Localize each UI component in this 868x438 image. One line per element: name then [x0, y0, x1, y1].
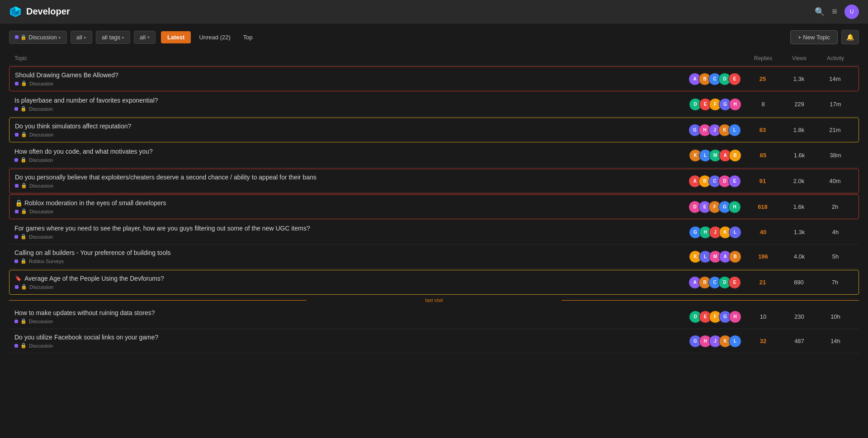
- table-row[interactable]: Is playerbase and number of favorites ex…: [9, 92, 859, 117]
- table-header: Topic Replies Views Activity: [9, 52, 859, 66]
- lock-icon: 🔒: [21, 208, 27, 214]
- avatar: H: [729, 311, 741, 323]
- menu-icon[interactable]: ≡: [832, 6, 837, 17]
- lock-icon: 🔒: [20, 318, 27, 324]
- topic-replies: 618: [745, 203, 781, 210]
- topic-title[interactable]: For games where you need to see the play…: [14, 225, 664, 232]
- topic-views: 487: [781, 338, 817, 344]
- topic-replies: 40: [745, 229, 781, 235]
- topic-avatars: KLMAB: [664, 149, 745, 162]
- topic-title[interactable]: Do you personally believe that exploiter…: [15, 174, 663, 181]
- topic-title[interactable]: How to make updates without ruining data…: [14, 309, 664, 316]
- topic-title[interactable]: 🔖Average Age of the People Using the Dev…: [15, 275, 663, 282]
- table-row[interactable]: Calling on all builders - Your preferenc…: [9, 245, 859, 269]
- topic-title[interactable]: Do you utilize Facebook social links on …: [14, 334, 664, 341]
- topic-activity: 38m: [817, 152, 854, 159]
- search-icon[interactable]: 🔍: [815, 7, 825, 17]
- header: Developer 🔍 ≡ U: [0, 0, 868, 24]
- topic-avatars: DEFGH: [664, 311, 745, 323]
- topic-title-area: 🔖Average Age of the People Using the Dev…: [15, 275, 663, 290]
- table-row[interactable]: Do you utilize Facebook social links on …: [9, 329, 859, 353]
- col-activity: Activity: [817, 55, 854, 61]
- lock-icon: 🔒: [20, 157, 27, 163]
- lock-icon: 🔒: [21, 132, 27, 137]
- topic-views: 229: [781, 101, 817, 108]
- new-topic-button[interactable]: + New Topic: [790, 30, 838, 44]
- topic-title[interactable]: 🔒 Roblox moderation in the eyes of small…: [15, 199, 663, 207]
- topic-activity: 2h: [817, 203, 853, 210]
- tags-filter[interactable]: all tags ▸: [96, 31, 130, 44]
- category-dot: [14, 235, 18, 239]
- lock-icon: 🔒: [21, 80, 27, 86]
- bookmark-icon: 🔖: [15, 275, 22, 282]
- topic-title[interactable]: Should Drawing Games Be Allowed?: [15, 71, 663, 79]
- col-topic: Topic: [14, 55, 664, 61]
- topic-title-area: Do you utilize Facebook social links on …: [14, 334, 664, 349]
- lock-icon: 🔒: [20, 234, 27, 240]
- category-label: Discussion: [29, 209, 53, 214]
- col-views: Views: [781, 55, 817, 61]
- topic-replies: 21: [745, 279, 781, 286]
- lock-icon: 🔒: [20, 258, 27, 264]
- topic-views: 230: [781, 313, 817, 320]
- topic-activity: 21m: [817, 127, 853, 133]
- topic-replies: 32: [745, 338, 781, 344]
- tab-unread[interactable]: Unread (22): [194, 31, 235, 43]
- table-row[interactable]: Do you think simulators affect reputatio…: [9, 118, 859, 142]
- topic-avatars: GHJKL: [664, 226, 745, 239]
- topic-activity: 5h: [817, 253, 854, 260]
- avatar: L: [728, 124, 741, 137]
- topic-avatars: GHJKL: [663, 124, 745, 137]
- topic-title[interactable]: Do you think simulators affect reputatio…: [15, 122, 663, 130]
- bell-button[interactable]: 🔔: [841, 30, 859, 44]
- lock-icon: 🔒: [20, 106, 27, 112]
- avatar: E: [728, 276, 741, 289]
- topic-replies: 25: [745, 75, 781, 82]
- topic-activity: 10h: [817, 313, 854, 320]
- avatar: H: [728, 201, 741, 213]
- avatar: L: [729, 226, 741, 239]
- tab-latest[interactable]: Latest: [161, 31, 191, 43]
- topic-category: 🔒Discussion: [15, 208, 663, 214]
- tab-top[interactable]: Top: [239, 31, 257, 43]
- topic-category: 🔒Discussion: [15, 284, 663, 290]
- topic-title[interactable]: Calling on all builders - Your preferenc…: [14, 249, 664, 256]
- category-label: Discussion: [29, 234, 53, 240]
- table-row[interactable]: For games where you need to see the play…: [9, 220, 859, 245]
- avatar: E: [728, 175, 741, 188]
- table-row[interactable]: 🔖Average Age of the People Using the Dev…: [9, 270, 859, 295]
- topic-views: 2.0k: [781, 178, 817, 184]
- category-dot: [15, 184, 19, 188]
- table-row[interactable]: How often do you code, and what motivate…: [9, 143, 859, 168]
- topic-avatars: ABCDE: [663, 276, 745, 289]
- topic-title[interactable]: Is playerbase and number of favorites ex…: [14, 97, 664, 104]
- category-label: Discussion: [29, 157, 53, 163]
- table-row[interactable]: How to make updates without ruining data…: [9, 305, 859, 329]
- caret-icon-3: ▸: [122, 35, 124, 40]
- avatar: B: [729, 149, 741, 162]
- topic-replies: 10: [745, 313, 781, 320]
- topic-title-area: How often do you code, and what motivate…: [14, 148, 664, 163]
- topic-title[interactable]: How often do you code, and what motivate…: [14, 148, 664, 155]
- table-row[interactable]: Do you personally believe that exploiter…: [9, 169, 859, 193]
- table-row[interactable]: Should Drawing Games Be Allowed?🔒Discuss…: [9, 66, 859, 91]
- category-filter[interactable]: 🔒 Discussion ▸: [9, 31, 67, 44]
- category-label: Discussion: [28, 34, 57, 41]
- category-dot: [15, 210, 19, 213]
- category-dot: [15, 82, 19, 85]
- all-filter-1[interactable]: all ▸: [71, 31, 92, 44]
- user-avatar[interactable]: U: [844, 5, 859, 19]
- topic-views: 890: [781, 279, 817, 286]
- header-icons: 🔍 ≡ U: [815, 5, 859, 19]
- category-label: Discussion: [29, 132, 53, 137]
- table-row[interactable]: 🔒 Roblox moderation in the eyes of small…: [9, 194, 859, 219]
- topic-views: 1.8k: [781, 127, 817, 133]
- category-label: Discussion: [29, 284, 53, 290]
- lock-icon: 🔒: [20, 34, 27, 40]
- category-label: Discussion: [29, 81, 53, 86]
- topic-category: 🔒Discussion: [14, 318, 664, 324]
- all-filter-2[interactable]: all ▾: [134, 31, 156, 44]
- caret-icon-2: ▸: [84, 35, 86, 40]
- avatar: E: [728, 73, 741, 85]
- col-avatars: [664, 55, 745, 61]
